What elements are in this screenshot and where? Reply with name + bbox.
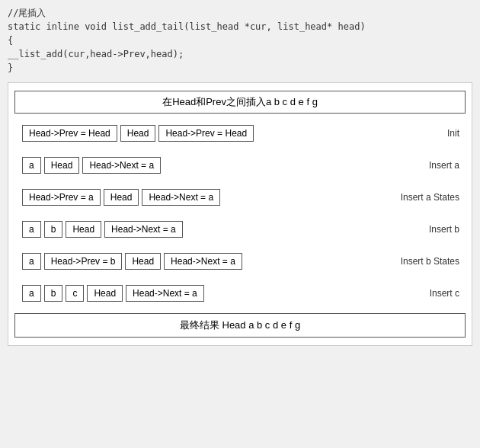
code-block: //尾插入 static inline void list_add_tail(l… [8,6,472,75]
box-init-1: Head->Prev = Head [22,125,117,142]
box-b-next: Head->Next = a [104,221,183,238]
box-as-next: Head->Next = a [142,189,220,206]
box-a-1: a [22,157,41,174]
box-as-head: Head [104,189,139,206]
diagram-area: 在Head和Prev之间插入a b c d e f g Head->Prev =… [8,82,472,346]
box-b-b: b [44,221,63,238]
box-as-prev: Head->Prev = a [22,189,101,206]
code-line-4: } [8,61,472,75]
header-description-box: 在Head和Prev之间插入a b c d e f g [14,91,466,114]
label-insert-b: Insert b [382,224,466,235]
label-init: Init [382,128,466,139]
code-line-comment: //尾插入 [8,6,472,20]
row-insert-a-states-boxes: Head->Prev = a Head Head->Next = a [14,189,382,206]
box-c-b: b [44,285,63,302]
box-c-a: a [22,285,41,302]
label-insert-b-states: Insert b States [382,256,466,267]
label-insert-a-states: Insert a States [382,192,466,203]
row-insert-a-states: Head->Prev = a Head Head->Next = a Inser… [14,184,466,211]
row-insert-b-states: a Head->Prev = b Head Head->Next = a Ins… [14,248,466,275]
final-result-box: 最终结果 Head a b c d e f g [14,313,466,338]
box-c-head: Head [87,285,123,302]
row-insert-b-boxes: a b Head Head->Next = a [14,221,382,238]
box-bs-head: Head [125,253,161,270]
row-insert-a: a Head Head->Next = a Insert a [14,152,466,179]
main-container: //尾插入 static inline void list_add_tail(l… [0,0,480,352]
box-a-next: Head->Next = a [82,157,161,174]
box-init-head: Head [120,125,156,142]
row-insert-c-boxes: a b c Head Head->Next = a [14,285,382,302]
box-bs-prev: Head->Prev = b [44,253,123,270]
code-line-3: __list_add(cur,head->Prev,head); [8,47,472,61]
box-bs-a: a [22,253,41,270]
label-insert-c: Insert c [382,288,466,299]
box-c-next: Head->Next = a [126,285,204,302]
box-bs-next: Head->Next = a [164,253,242,270]
row-init: Head->Prev = Head Head Head->Prev = Head… [14,120,466,147]
box-b-head: Head [66,221,101,238]
row-init-boxes: Head->Prev = Head Head Head->Prev = Head [14,125,382,142]
box-init-2: Head->Prev = Head [158,125,254,142]
box-c-c: c [66,285,84,302]
box-b-a: a [22,221,41,238]
label-insert-a: Insert a [382,160,466,171]
code-line-2: { [8,34,472,47]
row-insert-b-states-boxes: a Head->Prev = b Head Head->Next = a [14,253,382,270]
row-insert-a-boxes: a Head Head->Next = a [14,157,382,174]
row-insert-b: a b Head Head->Next = a Insert b [14,216,466,243]
box-a-head: Head [44,157,80,174]
row-insert-c: a b c Head Head->Next = a Insert c [14,280,466,307]
code-line-1: static inline void list_add_tail(list_he… [8,20,472,34]
